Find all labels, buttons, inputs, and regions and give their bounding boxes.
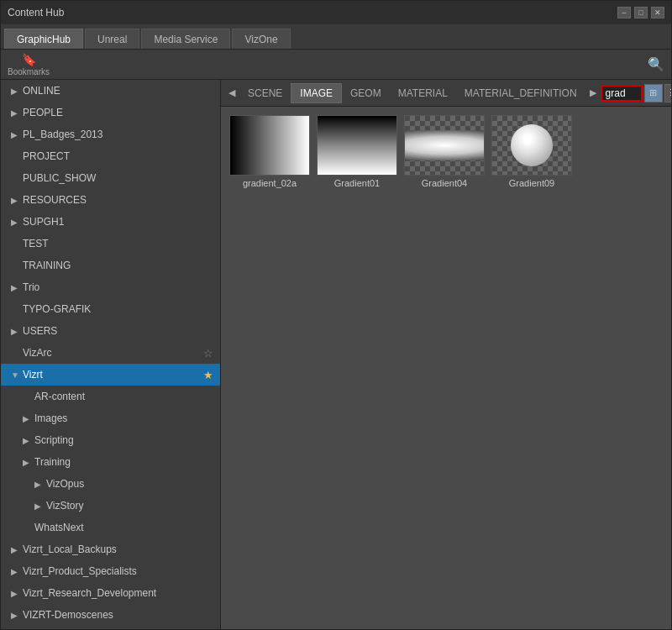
arrow-icon: ▶	[11, 567, 23, 576]
next-arrow[interactable]: ▶	[585, 83, 601, 103]
search-button[interactable]: 🔍	[648, 56, 664, 72]
tab-bar: GraphicHub Unreal Media Service VizOne	[1, 24, 671, 50]
title-bar: Content Hub – □ ✕	[1, 1, 671, 24]
sidebar-item-vizrt-local[interactable]: ▶ Vizrt_Local_Backups	[1, 538, 220, 560]
bookmark-icon: 🔖	[22, 53, 36, 66]
view-controls: ⊞ ☰	[601, 84, 671, 102]
sidebar-item-images[interactable]: ▶ Images	[1, 407, 220, 429]
search-input[interactable]	[601, 85, 643, 102]
sidebar-item-vizopus[interactable]: ▶ VizOpus	[1, 473, 220, 495]
sidebar-item-vizrt-research[interactable]: ▶ Vizrt_Research_Development	[1, 582, 220, 604]
sidebar-item-users[interactable]: ▶ USERS	[1, 320, 220, 342]
window-title: Content Hub	[8, 7, 64, 18]
sidebar-item-project[interactable]: ▶ PROJECT	[1, 145, 220, 167]
thumb-label-gradient01: Gradient01	[317, 178, 397, 188]
arrow-icon: ▶	[11, 130, 23, 139]
tab-scene[interactable]: SCENE	[239, 83, 291, 103]
sidebar-item-resources[interactable]: ▶ RESOURCES	[1, 189, 220, 211]
minimize-button[interactable]: –	[617, 7, 631, 18]
thumb-image-gradient04	[404, 115, 485, 176]
main-content: ▶ ONLINE ▶ PEOPLE ▶ PL_Badges_2013 ▶ PRO…	[1, 80, 671, 629]
grid-view-button[interactable]: ⊞	[644, 84, 663, 102]
tab-graphichub[interactable]: GraphicHub	[4, 29, 83, 49]
tab-geom[interactable]: GEOM	[342, 83, 390, 103]
sidebar-item-vizrt-product[interactable]: ▶ Vizrt_Product_Specialists	[1, 560, 220, 582]
thumb-image-gradient02a	[229, 115, 310, 176]
thumb-image-gradient01	[317, 115, 397, 176]
arrow-icon: ▼	[11, 370, 23, 380]
sidebar: ▶ ONLINE ▶ PEOPLE ▶ PL_Badges_2013 ▶ PRO…	[1, 80, 221, 629]
sidebar-item-publicshow[interactable]: ▶ PUBLIC_SHOW	[1, 167, 220, 189]
window-controls: – □ ✕	[617, 7, 664, 18]
arrow-icon: ▶	[34, 480, 46, 489]
sidebar-item-arcontent[interactable]: ▶ AR-content	[1, 386, 220, 407]
tab-unreal[interactable]: Unreal	[85, 29, 139, 49]
sidebar-item-training-sub[interactable]: ▶ Training	[1, 451, 220, 473]
content-tabs: ◀ SCENE IMAGE GEOM MATERIAL MATERIAL_DEF…	[221, 80, 671, 107]
bookmarks-label: Bookmarks	[8, 67, 50, 76]
bookmarks-button[interactable]: 🔖 Bookmarks	[8, 53, 50, 76]
arrow-icon: ▶	[11, 611, 23, 620]
arrow-icon: ▶	[34, 501, 46, 511]
thumb-label-gradient04: Gradient04	[404, 178, 485, 188]
thumb-label-gradient02a: gradient_02a	[229, 178, 310, 188]
sidebar-item-vizstory[interactable]: ▶ VizStory	[1, 495, 220, 517]
sidebar-item-vizrt[interactable]: ▼ Vizrt ★	[1, 364, 220, 386]
maximize-button[interactable]: □	[634, 7, 648, 18]
thumb-gradient01[interactable]: Gradient01	[317, 115, 397, 188]
sidebar-item-online[interactable]: ▶ ONLINE	[1, 80, 220, 102]
sidebar-item-trio[interactable]: ▶ Trio	[1, 276, 220, 298]
sidebar-item-training[interactable]: ▶ TRAINING	[1, 255, 220, 276]
tab-material[interactable]: MATERIAL	[390, 83, 456, 103]
sidebar-item-people[interactable]: ▶ PEOPLE	[1, 102, 220, 123]
thumb-gradient09[interactable]: Gradient09	[491, 115, 572, 188]
sidebar-item-scripting[interactable]: ▶ Scripting	[1, 429, 220, 451]
content-grid: gradient_02a Gradient01	[221, 107, 671, 629]
thumb-gradient02a[interactable]: gradient_02a	[229, 115, 310, 188]
arrow-icon: ▶	[11, 283, 23, 292]
prev-arrow[interactable]: ◀	[224, 83, 239, 103]
thumb-gradient04[interactable]: Gradient04	[404, 115, 485, 188]
sidebar-item-vrsets[interactable]: ▶ VR SETS	[1, 626, 220, 629]
content-area: ◀ SCENE IMAGE GEOM MATERIAL MATERIAL_DEF…	[221, 80, 671, 629]
sidebar-item-vizrt-demo[interactable]: ▶ VIZRT-Demoscenes	[1, 604, 220, 626]
sidebar-item-vizarc[interactable]: ▶ VizArc ☆	[1, 342, 220, 364]
star-icon-vizarc: ☆	[203, 347, 213, 360]
sidebar-item-plbadges[interactable]: ▶ PL_Badges_2013	[1, 123, 220, 145]
tab-image[interactable]: IMAGE	[291, 83, 342, 103]
arrow-icon: ▶	[11, 196, 23, 205]
arrow-icon: ▶	[11, 218, 23, 227]
sidebar-item-supgh1[interactable]: ▶ SUPGH1	[1, 211, 220, 233]
arrow-icon: ▶	[11, 545, 23, 554]
star-icon-vizrt: ★	[203, 369, 213, 381]
arrow-icon: ▶	[11, 108, 23, 118]
close-button[interactable]: ✕	[651, 7, 664, 18]
toolbar: 🔖 Bookmarks 🔍	[1, 50, 671, 80]
arrow-icon: ▶	[23, 458, 34, 467]
main-window: Content Hub – □ ✕ GraphicHub Unreal Medi…	[0, 0, 672, 630]
arrow-icon: ▶	[11, 87, 23, 96]
arrow-icon: ▶	[23, 436, 34, 445]
arrow-icon: ▶	[11, 327, 23, 336]
thumb-image-gradient09	[491, 115, 572, 176]
sidebar-item-test[interactable]: ▶ TEST	[1, 233, 220, 255]
tab-mediaservice[interactable]: Media Service	[141, 29, 230, 49]
arrow-icon: ▶	[23, 414, 34, 423]
sidebar-item-typografik[interactable]: ▶ TYPO-GRAFIK	[1, 298, 220, 320]
tab-vizone[interactable]: VizOne	[232, 29, 290, 49]
sidebar-item-whatsnext[interactable]: ▶ WhatsNext	[1, 517, 220, 538]
thumb-label-gradient09: Gradient09	[491, 178, 572, 188]
list-view-button[interactable]: ☰	[664, 84, 671, 102]
arrow-icon: ▶	[11, 589, 23, 598]
tab-material-def[interactable]: MATERIAL_DEFINITION	[456, 83, 585, 103]
